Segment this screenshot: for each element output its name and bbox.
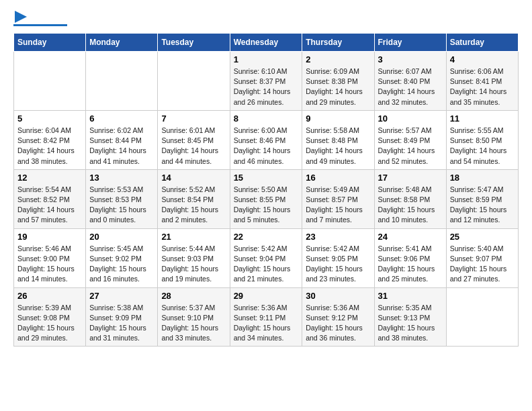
day-detail: Sunrise: 5:35 AMSunset: 9:13 PMDaylight:… [378,303,443,344]
day-number: 11 [450,113,515,124]
calendar-cell: 20Sunrise: 5:45 AMSunset: 9:02 PMDayligh… [86,228,158,287]
day-detail: Sunrise: 5:49 AMSunset: 8:57 PMDaylight:… [306,185,370,226]
day-detail: Sunrise: 6:10 AMSunset: 8:37 PMDaylight:… [234,66,299,107]
day-number: 23 [306,232,370,242]
calendar-cell [158,52,230,111]
calendar-cell: 16Sunrise: 5:49 AMSunset: 8:57 PMDayligh… [302,169,374,228]
calendar-cell: 8Sunrise: 6:00 AMSunset: 8:46 PMDaylight… [230,110,302,169]
calendar-cell: 31Sunrise: 5:35 AMSunset: 9:13 PMDayligh… [374,287,446,347]
calendar-cell [86,52,158,111]
day-number: 3 [378,54,443,64]
calendar-cell: 22Sunrise: 5:42 AMSunset: 9:04 PMDayligh… [230,228,302,287]
calendar-table: SundayMondayTuesdayWednesdayThursdayFrid… [13,33,519,347]
day-detail: Sunrise: 6:09 AMSunset: 8:38 PMDaylight:… [306,66,370,107]
calendar-cell: 9Sunrise: 5:58 AMSunset: 8:48 PMDaylight… [302,110,374,169]
day-detail: Sunrise: 5:52 AMSunset: 8:54 PMDaylight:… [161,185,226,226]
day-detail: Sunrise: 6:06 AMSunset: 8:41 PMDaylight:… [450,66,515,107]
day-number: 15 [234,173,299,183]
calendar-cell: 27Sunrise: 5:38 AMSunset: 9:09 PMDayligh… [86,287,158,347]
day-detail: Sunrise: 5:48 AMSunset: 8:58 PMDaylight:… [378,185,443,226]
calendar-cell: 30Sunrise: 5:36 AMSunset: 9:12 PMDayligh… [302,287,374,347]
day-detail: Sunrise: 5:50 AMSunset: 8:55 PMDaylight:… [234,185,299,226]
day-detail: Sunrise: 6:00 AMSunset: 8:46 PMDaylight:… [234,126,299,167]
calendar-cell: 21Sunrise: 5:44 AMSunset: 9:03 PMDayligh… [158,228,230,287]
day-detail: Sunrise: 5:36 AMSunset: 9:11 PMDaylight:… [234,303,299,344]
day-number: 5 [17,113,82,124]
calendar-cell: 17Sunrise: 5:48 AMSunset: 8:58 PMDayligh… [374,169,446,228]
day-detail: Sunrise: 5:46 AMSunset: 9:00 PMDaylight:… [17,244,82,285]
day-detail: Sunrise: 5:44 AMSunset: 9:03 PMDaylight:… [161,244,226,285]
day-detail: Sunrise: 6:04 AMSunset: 8:42 PMDaylight:… [17,126,82,167]
day-detail: Sunrise: 6:01 AMSunset: 8:45 PMDaylight:… [161,126,226,167]
day-number: 18 [450,173,515,183]
day-number: 12 [17,173,82,183]
page-header [13,13,519,26]
day-detail: Sunrise: 5:47 AMSunset: 8:59 PMDaylight:… [450,185,515,226]
day-detail: Sunrise: 5:37 AMSunset: 9:10 PMDaylight:… [161,303,226,344]
day-detail: Sunrise: 5:39 AMSunset: 9:08 PMDaylight:… [17,303,82,344]
calendar-cell: 18Sunrise: 5:47 AMSunset: 8:59 PMDayligh… [446,169,518,228]
day-detail: Sunrise: 5:57 AMSunset: 8:49 PMDaylight:… [378,126,443,167]
calendar-cell: 29Sunrise: 5:36 AMSunset: 9:11 PMDayligh… [230,287,302,347]
svg-marker-0 [15,11,27,23]
weekday-header-sunday: Sunday [14,34,86,52]
day-detail: Sunrise: 6:02 AMSunset: 8:44 PMDaylight:… [89,126,154,167]
day-number: 19 [17,232,82,242]
weekday-header-row: SundayMondayTuesdayWednesdayThursdayFrid… [14,34,519,52]
day-number: 8 [234,113,299,124]
calendar-cell: 14Sunrise: 5:52 AMSunset: 8:54 PMDayligh… [158,169,230,228]
calendar-week-1: 1Sunrise: 6:10 AMSunset: 8:37 PMDaylight… [14,52,519,111]
day-number: 10 [378,113,443,124]
calendar-cell: 2Sunrise: 6:09 AMSunset: 8:38 PMDaylight… [302,52,374,111]
calendar-week-5: 26Sunrise: 5:39 AMSunset: 9:08 PMDayligh… [14,287,519,347]
calendar-cell [14,52,86,111]
logo-underline [13,24,67,26]
weekday-header-thursday: Thursday [302,34,374,52]
weekday-header-saturday: Saturday [446,34,518,52]
day-number: 4 [450,54,515,64]
day-detail: Sunrise: 5:38 AMSunset: 9:09 PMDaylight:… [89,303,154,344]
day-number: 16 [306,173,370,183]
calendar-cell: 24Sunrise: 5:41 AMSunset: 9:06 PMDayligh… [374,228,446,287]
calendar-cell: 10Sunrise: 5:57 AMSunset: 8:49 PMDayligh… [374,110,446,169]
day-detail: Sunrise: 5:53 AMSunset: 8:53 PMDaylight:… [89,185,154,226]
calendar-cell: 12Sunrise: 5:54 AMSunset: 8:52 PMDayligh… [14,169,86,228]
logo [13,13,67,26]
day-number: 17 [378,173,443,183]
day-detail: Sunrise: 5:58 AMSunset: 8:48 PMDaylight:… [306,126,370,167]
calendar-cell: 3Sunrise: 6:07 AMSunset: 8:40 PMDaylight… [374,52,446,111]
day-detail: Sunrise: 6:07 AMSunset: 8:40 PMDaylight:… [378,66,443,107]
logo-arrow-icon [15,11,27,23]
weekday-header-friday: Friday [374,34,446,52]
day-number: 2 [306,54,370,64]
calendar-cell: 7Sunrise: 6:01 AMSunset: 8:45 PMDaylight… [158,110,230,169]
calendar-cell: 13Sunrise: 5:53 AMSunset: 8:53 PMDayligh… [86,169,158,228]
calendar-cell: 4Sunrise: 6:06 AMSunset: 8:41 PMDaylight… [446,52,518,111]
day-detail: Sunrise: 5:36 AMSunset: 9:12 PMDaylight:… [306,303,370,344]
day-number: 7 [161,113,226,124]
calendar-cell: 23Sunrise: 5:42 AMSunset: 9:05 PMDayligh… [302,228,374,287]
day-number: 20 [89,232,154,242]
calendar-cell: 1Sunrise: 6:10 AMSunset: 8:37 PMDaylight… [230,52,302,111]
calendar-week-2: 5Sunrise: 6:04 AMSunset: 8:42 PMDaylight… [14,110,519,169]
day-number: 14 [161,173,226,183]
calendar-cell: 15Sunrise: 5:50 AMSunset: 8:55 PMDayligh… [230,169,302,228]
calendar-cell: 25Sunrise: 5:40 AMSunset: 9:07 PMDayligh… [446,228,518,287]
weekday-header-monday: Monday [86,34,158,52]
calendar-cell [446,287,518,347]
day-number: 28 [161,291,226,301]
weekday-header-tuesday: Tuesday [158,34,230,52]
day-number: 13 [89,173,154,183]
day-number: 24 [378,232,443,242]
day-detail: Sunrise: 5:40 AMSunset: 9:07 PMDaylight:… [450,244,515,285]
day-number: 25 [450,232,515,242]
calendar-cell: 26Sunrise: 5:39 AMSunset: 9:08 PMDayligh… [14,287,86,347]
calendar-cell: 19Sunrise: 5:46 AMSunset: 9:00 PMDayligh… [14,228,86,287]
day-detail: Sunrise: 5:41 AMSunset: 9:06 PMDaylight:… [378,244,443,285]
calendar-week-4: 19Sunrise: 5:46 AMSunset: 9:00 PMDayligh… [14,228,519,287]
day-number: 30 [306,291,370,301]
day-detail: Sunrise: 5:45 AMSunset: 9:02 PMDaylight:… [89,244,154,285]
calendar-cell: 6Sunrise: 6:02 AMSunset: 8:44 PMDaylight… [86,110,158,169]
weekday-header-wednesday: Wednesday [230,34,302,52]
day-number: 31 [378,291,443,301]
